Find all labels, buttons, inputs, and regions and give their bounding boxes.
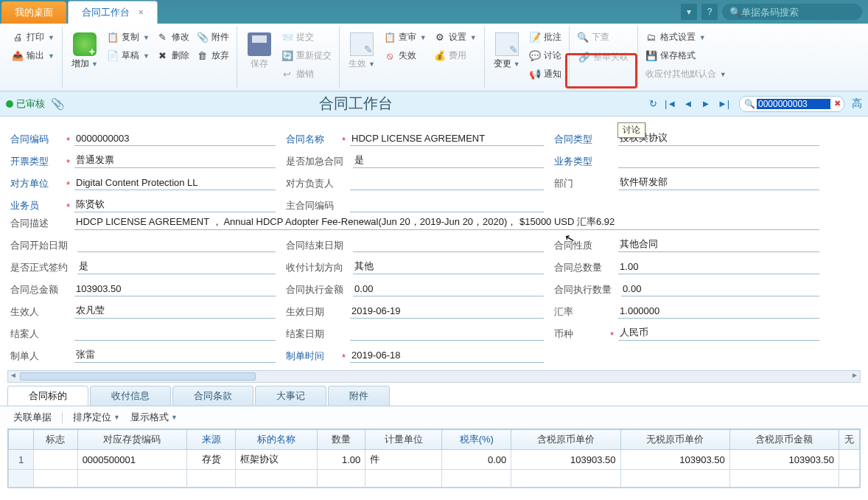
dropdown-button[interactable]: ▾ bbox=[681, 4, 697, 20]
cell-source[interactable]: 存货 bbox=[186, 450, 235, 470]
cell-mark[interactable] bbox=[34, 450, 78, 470]
table-row[interactable] bbox=[9, 470, 860, 487]
col-tax-rate[interactable]: 税率(%) bbox=[442, 430, 511, 450]
cell-qty[interactable]: 1.00 bbox=[318, 450, 365, 470]
link-doc-button[interactable]: 关联单据 bbox=[13, 411, 52, 424]
first-button[interactable]: |◄ bbox=[664, 97, 677, 111]
clear-icon[interactable]: ✖ bbox=[834, 99, 841, 108]
print-button[interactable]: 🖨打印▼ bbox=[9, 29, 57, 45]
value-counterparty[interactable]: Digital Content Protection LL bbox=[74, 177, 276, 190]
display-format-button[interactable]: 显示格式▼ bbox=[130, 411, 178, 424]
resubmit-button[interactable]: 🔄重新提交 bbox=[279, 48, 335, 63]
next-button[interactable]: ► bbox=[699, 97, 713, 111]
discuss-button[interactable]: 💬讨论 bbox=[526, 48, 564, 63]
col-more[interactable]: 无 bbox=[839, 430, 860, 450]
tab-attach[interactable]: 附件 bbox=[328, 386, 390, 406]
value-create-time[interactable]: 2019-06-18 bbox=[350, 350, 544, 363]
cell-subject-name[interactable]: 框架协议 bbox=[236, 450, 318, 470]
submit-button[interactable]: 📨提交 bbox=[279, 29, 335, 45]
settings-button[interactable]: ⚙设置▼ bbox=[431, 29, 480, 45]
sort-pos-button[interactable]: 排序定位▼ bbox=[73, 411, 120, 424]
draft-button[interactable]: 📄草稿▼ bbox=[104, 48, 153, 63]
col-unit[interactable]: 计量单位 bbox=[365, 430, 442, 450]
value-plan-dir[interactable]: 其他 bbox=[353, 260, 544, 274]
last-button[interactable]: ►| bbox=[717, 97, 730, 111]
help-button[interactable]: ? bbox=[701, 4, 718, 20]
value-invoice-type[interactable]: 普通发票 bbox=[74, 153, 276, 168]
prev-button[interactable]: ◄ bbox=[682, 97, 695, 111]
value-nature[interactable]: 其他合同 bbox=[618, 237, 819, 252]
audit-button[interactable]: 📋查审▼ bbox=[381, 29, 430, 45]
table-row[interactable]: 1 0000500001 存货 框架协议 1.00 件 0.00 103903.… bbox=[9, 450, 860, 470]
value-formal[interactable]: 是 bbox=[77, 260, 276, 274]
cell-unit[interactable]: 件 bbox=[365, 450, 442, 470]
expand-link[interactable]: 高 bbox=[852, 97, 862, 111]
value-currency[interactable]: 人民币 bbox=[618, 326, 819, 341]
save-button[interactable]: 保存 bbox=[242, 29, 277, 73]
value-desc[interactable]: HDCP LICENSE AGREEMENT ， Annual HDCP Ado… bbox=[74, 215, 819, 230]
refresh-button[interactable]: ↻ bbox=[646, 97, 659, 111]
save-format-button[interactable]: 💾保存格式 bbox=[643, 48, 729, 63]
fee-button[interactable]: 💰费用 bbox=[431, 48, 480, 63]
invalid-button[interactable]: ⦸失效 bbox=[381, 48, 430, 63]
col-notax-price[interactable]: 无税原币单价 bbox=[620, 430, 729, 450]
output-button[interactable]: 📤输出▼ bbox=[9, 48, 57, 63]
format-settings-button[interactable]: 🗂格式设置▼ bbox=[643, 29, 729, 45]
raw-button[interactable]: 生效▼ bbox=[344, 29, 379, 73]
value-close-date[interactable] bbox=[350, 327, 544, 341]
value-exec-qty[interactable]: 0.00 bbox=[621, 283, 819, 296]
tab-desktop[interactable]: 我的桌面 bbox=[1, 1, 66, 24]
change-button[interactable]: 变更▼ bbox=[489, 29, 525, 73]
cell-tax-price[interactable]: 103903.50 bbox=[511, 450, 620, 470]
tab-subject[interactable]: 合同标的 bbox=[7, 386, 88, 406]
col-subject-name[interactable]: 标的名称 bbox=[236, 430, 318, 450]
paperclip-icon[interactable]: 📎 bbox=[51, 97, 65, 111]
barcode-search-input[interactable] bbox=[741, 7, 852, 18]
delete-button[interactable]: ✖删除 bbox=[154, 48, 192, 63]
whole-link-button[interactable]: 🔗整单关联 bbox=[574, 48, 633, 66]
cell-tax-amount[interactable]: 103903.50 bbox=[729, 450, 839, 470]
other-default-button[interactable]: 收应付其他默认合▼ bbox=[643, 66, 729, 82]
modify-button[interactable]: ✎修改 bbox=[154, 29, 192, 45]
value-closer[interactable] bbox=[74, 327, 276, 341]
col-tax-amount[interactable]: 含税原币金额 bbox=[729, 430, 839, 450]
barcode-search[interactable]: 🔍 bbox=[722, 4, 862, 20]
value-total-qty[interactable]: 1.00 bbox=[618, 261, 819, 274]
tab-payment[interactable]: 收付信息 bbox=[90, 386, 171, 406]
value-effect-date[interactable]: 2019-06-19 bbox=[350, 305, 544, 319]
col-inv-code[interactable]: 对应存货编码 bbox=[77, 430, 186, 450]
down-check-button[interactable]: 🔍下查 bbox=[574, 29, 633, 45]
id-search[interactable]: 🔍 ✖ bbox=[739, 96, 844, 112]
col-source[interactable]: 来源 bbox=[186, 430, 235, 450]
discard-button[interactable]: 🗑放弃 bbox=[194, 48, 232, 63]
tab-events[interactable]: 大事记 bbox=[255, 386, 326, 406]
col-mark[interactable]: 标志 bbox=[34, 430, 78, 450]
value-creator[interactable]: 张雷 bbox=[74, 348, 276, 363]
cell-more[interactable] bbox=[839, 450, 860, 470]
notify-button[interactable]: 📢通知 bbox=[526, 66, 564, 82]
revoke-button[interactable]: ↩撤销 bbox=[279, 66, 335, 82]
value-end-date[interactable] bbox=[353, 239, 544, 252]
value-counter-manager[interactable] bbox=[350, 177, 544, 190]
value-total-amt[interactable]: 103903.50 bbox=[74, 283, 276, 296]
add-button[interactable]: 增加▼ bbox=[67, 29, 102, 73]
value-salesman[interactable]: 陈贤钦 bbox=[74, 198, 276, 212]
value-rate[interactable]: 1.000000 bbox=[618, 305, 819, 319]
value-contract-name[interactable]: HDCP LICENSE AGREEMENT bbox=[350, 133, 544, 146]
attachment-button[interactable]: 📎附件 bbox=[194, 29, 232, 45]
annotate-button[interactable]: 📝批注 bbox=[526, 29, 564, 45]
col-rownum[interactable] bbox=[9, 430, 34, 450]
value-contract-type[interactable]: 授权类协议 bbox=[618, 131, 819, 146]
tab-terms[interactable]: 合同条款 bbox=[172, 386, 253, 406]
value-start-date[interactable] bbox=[77, 239, 276, 252]
value-exec-amt[interactable]: 0.00 bbox=[353, 283, 544, 296]
cell-inv-code[interactable]: 0000500001 bbox=[77, 450, 186, 470]
close-icon[interactable]: × bbox=[139, 7, 144, 18]
horizontal-scrollbar[interactable] bbox=[7, 370, 861, 383]
cell-notax-price[interactable]: 103903.50 bbox=[620, 450, 729, 470]
cell-tax-rate[interactable]: 0.00 bbox=[442, 450, 511, 470]
scrollbar-thumb[interactable] bbox=[20, 372, 256, 381]
col-qty[interactable]: 数量 bbox=[318, 430, 365, 450]
copy-button[interactable]: 📋复制▼ bbox=[104, 29, 153, 45]
col-tax-price[interactable]: 含税原币单价 bbox=[511, 430, 620, 450]
